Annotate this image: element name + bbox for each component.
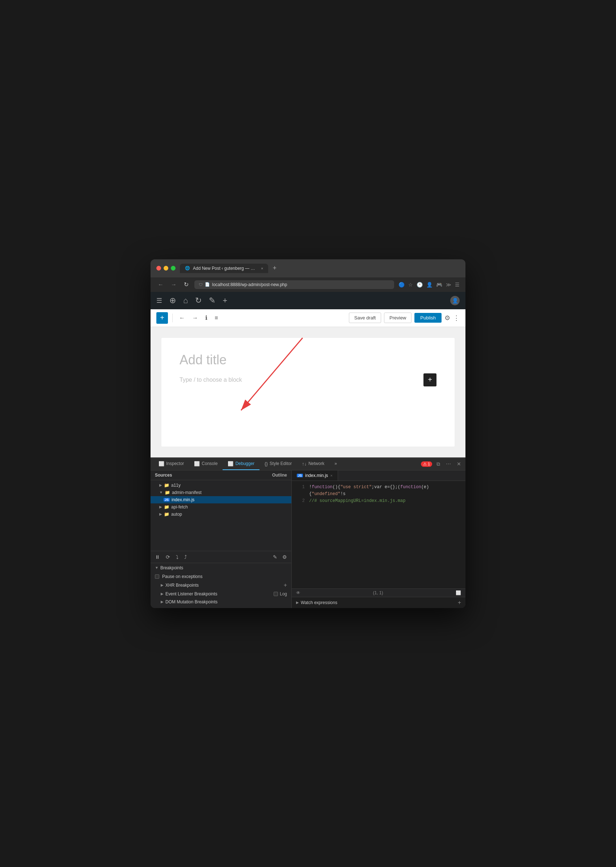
step-out-button[interactable]: ⤴	[183, 553, 188, 561]
tab-style-editor[interactable]: {} Style Editor	[259, 458, 297, 470]
browser-window: 🌐 Add New Post ‹ gutenberg — WordP × + ←…	[151, 259, 465, 608]
redo-button[interactable]: →	[190, 313, 200, 323]
code-tab-js-badge: JS	[297, 474, 303, 477]
browser-actions: 🔵 ☆ 🕐 👤 🎮 ≫ ☰	[399, 282, 460, 288]
back-button[interactable]: ←	[156, 281, 165, 288]
add-block-icon[interactable]: +	[423, 374, 437, 386]
title-placeholder[interactable]: Add title	[179, 352, 437, 367]
list-view-button[interactable]: ≡	[212, 313, 220, 323]
file-tree-item-api-fetch[interactable]: ▶ 📁 api-fetch	[151, 503, 291, 511]
outline-label: Outline	[272, 473, 287, 478]
minimize-button[interactable]	[163, 266, 168, 271]
wp-new-icon[interactable]: +	[223, 296, 227, 305]
watch-add-button[interactable]: +	[458, 599, 461, 606]
tab-network[interactable]: ↑↓ Network	[297, 458, 329, 470]
file-tree-item-index-min-js[interactable]: JS index.min.js	[151, 496, 291, 503]
tree-arrow-admin-manifest: ▼	[159, 490, 163, 494]
breakpoints-header[interactable]: ▼ Breakpoints	[155, 565, 287, 571]
add-block-button[interactable]: +	[156, 312, 168, 324]
user-avatar[interactable]: 👤	[450, 296, 460, 305]
extension-icon[interactable]: 🎮	[436, 282, 442, 288]
edit-breakpoints-icon[interactable]: ✎	[272, 553, 279, 561]
code-footer-right-icon[interactable]: ⬜	[456, 590, 461, 595]
tab-inspector[interactable]: ⬜ Inspector	[154, 458, 189, 470]
watch-label: Watch expressions	[301, 600, 337, 605]
tab-title: Add New Post ‹ gutenberg — WordP	[193, 266, 258, 271]
code-editor[interactable]: 1 !function(){"use strict";var e={};(fun…	[292, 481, 465, 588]
url-input[interactable]: 🛡 📄 localhost:8888/wp-admin/post-new.php	[194, 280, 394, 289]
wp-admin-bar: ☰ ⊕ ⌂ ↻ ✎ + 👤	[151, 292, 465, 309]
file-tree-item-autop[interactable]: ▶ 📁 autop	[151, 511, 291, 518]
wp-hamburger-icon[interactable]: ☰	[156, 296, 162, 304]
close-button[interactable]	[156, 266, 161, 271]
more-options-icon[interactable]: ⋮	[453, 314, 460, 322]
event-listener-breakpoints-item[interactable]: ▶ Event Listener Breakpoints Log	[155, 590, 287, 598]
code-tab-index-min-js[interactable]: JS index.min.js ×	[292, 470, 338, 481]
settings-icon[interactable]: ⚙	[445, 314, 450, 322]
wp-customize-icon[interactable]: ↻	[195, 296, 201, 305]
devtools-more-icon[interactable]: ⋯	[445, 460, 453, 468]
log-label: Log	[280, 591, 287, 596]
preview-button[interactable]: Preview	[384, 312, 412, 323]
network-label: Network	[308, 461, 324, 466]
file-name-index-min-js: index.min.js	[171, 497, 194, 502]
undo-button[interactable]: ←	[177, 313, 187, 323]
wp-logo-icon[interactable]: ⊕	[170, 296, 176, 305]
pause-button[interactable]: ⏸	[154, 553, 162, 561]
file-tree-item-admin-manifest[interactable]: ▼ 📁 admin-manifest	[151, 489, 291, 496]
split-pane-icon[interactable]: ⧉	[435, 460, 442, 468]
step-into-button[interactable]: ⤵	[174, 553, 180, 561]
publish-button[interactable]: Publish	[415, 313, 442, 323]
pause-on-exceptions-checkbox[interactable]	[155, 574, 159, 579]
watch-arrow: ▶	[296, 601, 299, 604]
tab-console[interactable]: ⬜ Console	[189, 458, 223, 470]
xhr-arrow: ▶	[161, 583, 163, 587]
profile-icon[interactable]: 👤	[426, 282, 432, 288]
step-over-button[interactable]: ⟳	[164, 553, 171, 561]
tab-debugger[interactable]: ⬜ Debugger	[223, 458, 259, 470]
wp-home-icon[interactable]: ⌂	[183, 296, 188, 305]
refresh-button[interactable]: ↻	[182, 280, 190, 288]
title-bar: 🌐 Add New Post ‹ gutenberg — WordP × +	[151, 259, 465, 277]
forward-button[interactable]: →	[170, 281, 178, 288]
event-arrow: ▶	[161, 592, 163, 596]
sources-label: Sources	[155, 473, 172, 478]
pause-on-exceptions-item[interactable]: Pause on exceptions	[155, 572, 287, 580]
new-tab-button[interactable]: +	[271, 264, 278, 272]
info-button[interactable]: ℹ	[203, 313, 209, 323]
bookmark-icon[interactable]: ☆	[408, 282, 413, 288]
maximize-button[interactable]	[171, 266, 176, 271]
block-hint-text: Type / to choose a block	[179, 377, 242, 383]
address-bar: ← → ↻ 🛡 📄 localhost:8888/wp-admin/post-n…	[151, 277, 465, 292]
extensions-overflow[interactable]: ≫	[446, 282, 451, 288]
folder-name-autop: autop	[171, 512, 182, 517]
dom-mutation-breakpoints-item[interactable]: ▶ DOM Mutation Breakpoints	[155, 598, 287, 606]
file-tree-item-a11y[interactable]: ▶ 📁 a11y	[151, 482, 291, 489]
devtools-panel: ⬜ Inspector ⬜ Console ⬜ Debugger {} Styl…	[151, 457, 465, 608]
log-checkbox[interactable]	[273, 592, 278, 596]
xhr-breakpoints-item[interactable]: ▶ XHR Breakpoints +	[155, 580, 287, 590]
wp-comments-icon[interactable]: ✎	[209, 296, 215, 305]
save-draft-button[interactable]: Save draft	[349, 312, 381, 323]
code-tab-bar: JS index.min.js ×	[292, 470, 465, 481]
active-tab[interactable]: 🌐 Add New Post ‹ gutenberg — WordP ×	[180, 264, 268, 273]
code-footer-eye-icon[interactable]: 👁	[296, 590, 300, 595]
dom-arrow: ▶	[161, 600, 163, 604]
devtools-close-icon[interactable]: ✕	[455, 460, 462, 468]
debugger-settings-icon[interactable]: ⚙	[281, 553, 288, 561]
error-badge[interactable]: ⚠ 1	[421, 461, 432, 467]
tab-more[interactable]: »	[329, 458, 342, 470]
tab-close-icon[interactable]: ×	[261, 266, 263, 271]
inspector-icon: ⬜	[159, 461, 164, 467]
error-icon: ⚠	[423, 462, 427, 467]
code-line-1: 1 !function(){"use strict";var e={};(fun…	[292, 484, 465, 498]
history-icon[interactable]: 🕐	[416, 282, 423, 288]
error-count: 1	[428, 462, 430, 466]
xhr-add-button[interactable]: +	[284, 582, 287, 588]
url-text: localhost:8888/wp-admin/post-new.php	[212, 282, 287, 287]
menu-icon[interactable]: ☰	[455, 282, 460, 288]
folder-icon-api-fetch: 📁	[164, 504, 170, 509]
code-tab-close-icon[interactable]: ×	[330, 473, 332, 478]
folder-icon-admin-manifest: 📁	[165, 490, 170, 495]
pocket-icon[interactable]: 🔵	[399, 282, 405, 288]
